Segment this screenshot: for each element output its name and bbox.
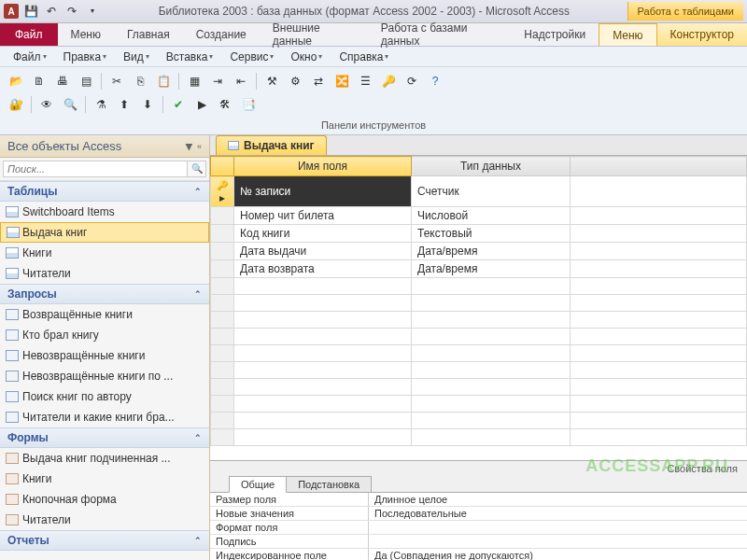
field-name-cell[interactable] [234,379,412,396]
nav-item[interactable]: Switchboard Items [0,202,209,222]
macro-icon[interactable]: ⚙ [285,71,305,91]
nav-item[interactable]: Возвращённые книги [0,304,209,325]
data-type-cell[interactable]: Счетчик [412,176,571,207]
row-selector[interactable]: 🔑▸ [211,176,234,207]
undo-icon[interactable]: ↶ [43,3,60,20]
description-cell[interactable] [571,243,747,260]
data-type-cell[interactable]: Текстовый [412,225,571,243]
field-name-cell[interactable]: Код книги [234,225,412,243]
description-cell[interactable] [571,362,747,379]
ribbon-tab[interactable]: Внешние данные [260,23,368,46]
paste-icon[interactable]: 📋 [153,71,174,91]
description-cell[interactable] [571,312,747,329]
row-selector[interactable] [211,413,234,429]
property-value[interactable] [369,535,747,548]
sheet-icon[interactable]: ▤ [76,71,96,91]
field-name-cell[interactable] [234,413,412,429]
ribbon-tab[interactable]: Работа с базами данных [368,23,511,46]
data-type-cell[interactable] [412,413,571,429]
description-cell[interactable] [571,176,747,207]
nav-item[interactable]: Читатели [0,510,209,530]
row-selector[interactable] [211,260,234,278]
nav-item[interactable]: Поиск книг по автору [0,386,209,407]
data-type-cell[interactable] [412,345,571,362]
row-selector[interactable] [211,225,234,243]
ribbon-tab[interactable]: Создание [183,23,260,46]
data-type-cell[interactable] [412,429,571,446]
property-value[interactable]: Последовательные [369,507,747,520]
data-type-cell[interactable] [412,312,571,329]
row-selector[interactable] [211,295,234,312]
property-row[interactable]: Новые значенияПоследовательные [210,507,747,521]
description-cell[interactable] [571,225,747,243]
data-type-cell[interactable] [412,396,571,413]
row-selector[interactable] [211,329,234,345]
row-selector[interactable] [211,345,234,362]
row-selector[interactable] [211,243,234,260]
file-tab[interactable]: Файл [0,23,58,46]
nav-item[interactable]: Читатели и какие книги бра... [0,407,209,427]
data-type-cell[interactable] [412,295,571,312]
property-value[interactable]: Да (Совпадения не допускаются) [369,549,747,560]
nav-group-header[interactable]: Отчеты⌃ [0,530,209,551]
menu-edit[interactable]: Правка▾ [56,49,115,65]
property-value[interactable]: Длинное целое [369,493,747,506]
row-insert-icon[interactable]: ⇥ [207,71,228,91]
field-name-cell[interactable] [234,362,412,379]
data-type-cell[interactable] [412,329,571,345]
nav-item[interactable]: Выдача книг подчиненная ... [0,448,209,469]
new-icon[interactable]: 🗎 [29,71,49,91]
redo-icon[interactable]: ↷ [63,3,80,20]
ribbon-tab-constructor[interactable]: Конструктор [657,23,747,46]
nav-group-header[interactable]: Таблицы⌃ [0,181,209,202]
menu-service[interactable]: Сервис▾ [222,49,281,65]
row-selector[interactable] [211,207,234,225]
property-row[interactable]: Подпись [210,535,747,549]
row-selector[interactable] [211,396,234,413]
save-icon[interactable]: 💾 [22,3,39,20]
nav-item[interactable]: Невозвращённые книги по ... [0,366,209,386]
field-name-cell[interactable] [234,295,412,312]
view-icon[interactable]: 👁 [36,94,57,115]
sort-desc-icon[interactable]: ⬇ [137,94,158,115]
refresh-icon[interactable]: ⟳ [402,71,422,91]
property-row[interactable]: Индексированное полеДа (Совпадения не до… [210,549,747,560]
data-type-cell[interactable]: Дата/время [412,260,571,278]
description-cell[interactable] [571,329,747,345]
switch-icon[interactable]: 🔀 [331,71,352,91]
property-row[interactable]: Формат поля [210,521,747,535]
field-name-cell[interactable] [234,396,412,413]
copy-icon[interactable]: ⎘ [130,71,150,91]
relations-icon[interactable]: ⇄ [308,71,329,91]
filter-icon[interactable]: ⚗ [91,94,111,115]
property-value[interactable] [369,521,747,534]
ribbon-tab[interactable]: Надстройки [511,23,599,46]
data-type-cell[interactable]: Дата/время [412,243,571,260]
description-cell[interactable] [571,207,747,225]
description-cell[interactable] [571,345,747,362]
field-name-cell[interactable]: № записи [234,176,412,207]
field-name-cell[interactable] [234,345,412,362]
grid-icon[interactable]: ▦ [184,71,204,91]
description-cell[interactable] [571,278,747,295]
table-design-grid[interactable]: Имя поля Тип данных 🔑▸ № записи Счетчик … [210,156,747,460]
open-icon[interactable]: 📂 [6,71,26,91]
props-icon[interactable]: 📑 [238,94,259,115]
nav-item[interactable]: Кто брал книгу [0,325,209,345]
list-icon[interactable]: ☰ [355,71,375,91]
description-cell[interactable] [571,429,747,446]
field-name-cell[interactable]: Номер чит билета [234,207,412,225]
zoom-icon[interactable]: 🔍 [60,94,80,115]
build-icon[interactable]: ⚒ [261,71,282,91]
ribbon-tab[interactable]: Меню [58,23,114,46]
row-selector[interactable] [211,362,234,379]
search-icon[interactable]: 🔍 [188,161,206,177]
field-name-cell[interactable] [234,278,412,295]
ribbon-tab-menu-ctx[interactable]: Меню [599,23,656,46]
field-name-cell[interactable] [234,312,412,329]
ribbon-tab[interactable]: Главная [114,23,183,46]
nav-group-header[interactable]: Формы⌃ [0,427,209,448]
menu-help[interactable]: Справка▾ [331,49,396,65]
nav-item[interactable]: Кнопочная форма [0,489,209,510]
description-cell[interactable] [571,396,747,413]
